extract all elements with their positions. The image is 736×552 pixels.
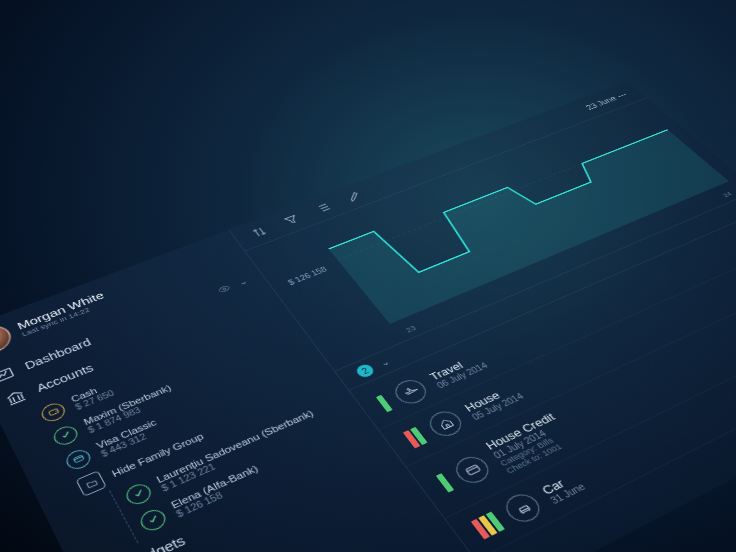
chart-icon [0, 365, 17, 386]
sort-icon[interactable] [248, 224, 270, 239]
folder-icon [76, 470, 107, 496]
card-icon [450, 452, 495, 487]
x-tick: 24 [721, 191, 734, 199]
x-tick: 23 [404, 324, 417, 334]
filter-icon[interactable] [280, 212, 302, 227]
check-icon [123, 480, 155, 507]
ribbon-icon [376, 395, 393, 412]
svg-rect-8 [465, 465, 480, 475]
list-icon[interactable] [312, 201, 334, 216]
eye-icon[interactable] [215, 283, 233, 296]
chevron-down-icon[interactable]: ⌄ [236, 277, 249, 287]
bank-icon [2, 387, 29, 408]
car-icon [500, 490, 546, 527]
avatar [0, 321, 16, 358]
check-icon [137, 506, 169, 534]
ribbon-icon [436, 473, 454, 492]
svg-rect-3 [48, 409, 58, 416]
filter-badge[interactable]: 2 [354, 363, 376, 379]
chevron-down-icon[interactable]: ⌄ [377, 357, 391, 369]
edit-icon[interactable] [343, 189, 365, 203]
chart-y-label: $ 126 158 [287, 266, 329, 287]
plane-icon [390, 376, 432, 408]
house-icon [424, 407, 467, 440]
svg-point-2 [222, 288, 226, 291]
